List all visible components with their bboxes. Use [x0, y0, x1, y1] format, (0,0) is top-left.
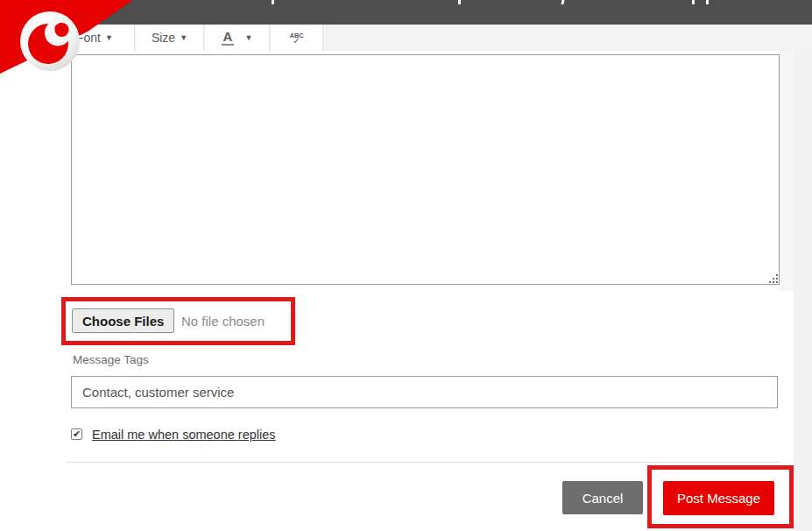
post-message-form: Font ▼ Size ▼ A ▼ ABC ✓ Choose Files No …	[0, 0, 812, 531]
spell-check-icon: ABC	[290, 32, 304, 38]
font-family-label: Font	[76, 31, 101, 45]
top-nav-bar	[0, 0, 812, 25]
email-notify-link[interactable]: Email me when someone replies	[92, 428, 276, 442]
message-tags-label: Message Tags	[73, 353, 149, 366]
chevron-down-icon: ▼	[105, 33, 113, 42]
chevron-down-icon: ▼	[180, 33, 187, 42]
cropped-nav-text-fragment	[561, 0, 564, 4]
cancel-button[interactable]: Cancel	[562, 481, 643, 514]
page-gutter	[780, 25, 794, 291]
logo-speechmark-body	[28, 24, 68, 64]
chevron-down-icon[interactable]: ▼	[244, 33, 252, 42]
font-color-button[interactable]: A ▼	[205, 25, 270, 51]
scrollbar-gutter[interactable]	[794, 25, 812, 531]
cropped-nav-text-fragment	[272, 0, 274, 4]
cropped-nav-text-fragment	[458, 0, 461, 4]
message-body-textarea[interactable]	[71, 54, 780, 285]
spell-check-button[interactable]: ABC ✓	[271, 25, 323, 51]
font-color-icon: A	[222, 30, 235, 46]
email-notify-checkbox[interactable]: ✔	[71, 428, 82, 440]
file-chosen-status: No file chosen	[181, 308, 265, 333]
cropped-nav-text-fragment	[706, 0, 709, 4]
font-family-dropdown[interactable]: Font ▼	[71, 25, 135, 51]
message-tags-input[interactable]	[71, 376, 778, 408]
form-divider	[67, 462, 780, 463]
logo-speechmark-drop	[55, 23, 69, 37]
choose-files-button[interactable]: Choose Files	[72, 308, 174, 333]
cropped-nav-text-fragment	[692, 0, 695, 4]
post-message-button[interactable]: Post Message	[663, 481, 774, 515]
font-size-dropdown[interactable]: Size ▼	[136, 25, 204, 51]
font-size-label: Size	[152, 31, 175, 45]
